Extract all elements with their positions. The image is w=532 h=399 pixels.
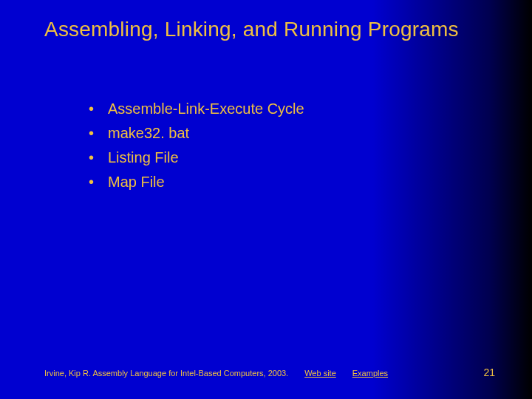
footer-credit: Irvine, Kip R. Assembly Language for Int… xyxy=(44,369,288,378)
list-item: • Assemble-Link-Execute Cycle xyxy=(89,98,304,120)
footer-link-website[interactable]: Web site xyxy=(304,369,336,378)
slide: Assembling, Linking, and Running Program… xyxy=(0,0,532,399)
bullet-text: Listing File xyxy=(108,146,179,169)
list-item: • Listing File xyxy=(89,146,304,169)
bullet-text: Assemble-Link-Execute Cycle xyxy=(108,98,304,120)
page-number: 21 xyxy=(483,366,495,378)
bullet-text: Map File xyxy=(108,171,165,194)
bullet-dot-icon: • xyxy=(89,171,108,194)
slide-title: Assembling, Linking, and Running Program… xyxy=(44,18,502,41)
bullet-dot-icon: • xyxy=(89,146,108,169)
bullet-dot-icon: • xyxy=(89,122,108,145)
list-item: • make32. bat xyxy=(89,122,304,145)
footer-link-examples[interactable]: Examples xyxy=(352,369,388,378)
list-item: • Map File xyxy=(89,171,304,194)
bullet-list: • Assemble-Link-Execute Cycle • make32. … xyxy=(89,98,304,195)
bullet-dot-icon: • xyxy=(89,98,108,120)
footer: Irvine, Kip R. Assembly Language for Int… xyxy=(44,366,495,378)
bullet-text: make32. bat xyxy=(108,122,189,145)
